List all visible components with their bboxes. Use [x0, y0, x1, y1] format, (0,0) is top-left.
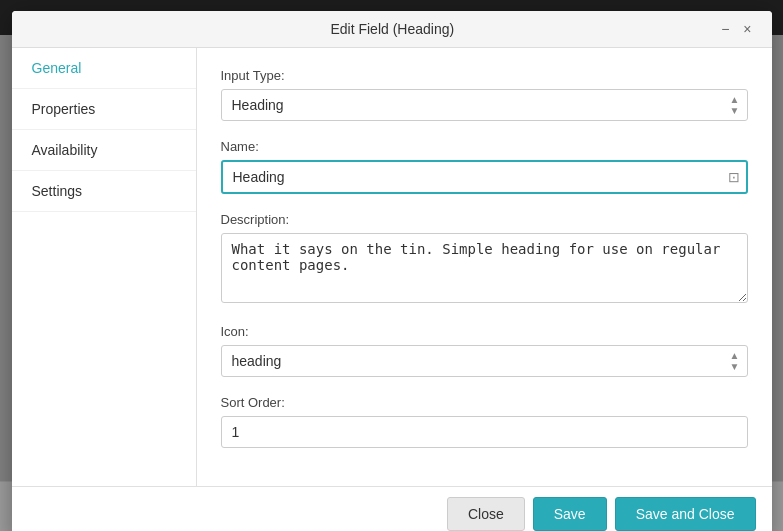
name-label: Name: — [221, 139, 748, 154]
modal-footer: Close Save Save and Close — [12, 486, 772, 532]
modal-body: General Properties Availability Settings… — [12, 48, 772, 486]
icon-label: Icon: — [221, 324, 748, 339]
input-type-select-wrapper: Heading ▲ ▼ — [221, 89, 748, 121]
description-textarea[interactable]: What it says on the tin. Simple heading … — [221, 233, 748, 303]
input-type-label: Input Type: — [221, 68, 748, 83]
icon-group: Icon: heading ▲ ▼ — [221, 324, 748, 377]
close-button[interactable]: Close — [447, 497, 525, 531]
input-type-group: Input Type: Heading ▲ ▼ — [221, 68, 748, 121]
modal-minimize-button[interactable]: − — [717, 19, 733, 39]
description-group: Description: What it says on the tin. Si… — [221, 212, 748, 306]
sort-order-group: Sort Order: — [221, 395, 748, 448]
save-and-close-button[interactable]: Save and Close — [615, 497, 756, 531]
input-type-select[interactable]: Heading — [221, 89, 748, 121]
save-button[interactable]: Save — [533, 497, 607, 531]
modal-overlay: Edit Field (Heading) − × General Propert… — [0, 0, 783, 531]
modal-close-button[interactable]: × — [739, 19, 755, 39]
name-input-wrapper: ⊡ — [221, 160, 748, 194]
modal-form-content: Input Type: Heading ▲ ▼ Name: — [197, 48, 772, 486]
sidebar-item-general[interactable]: General — [12, 48, 196, 89]
icon-select[interactable]: heading — [221, 345, 748, 377]
name-field-icon: ⊡ — [728, 169, 740, 185]
modal-sidebar: General Properties Availability Settings — [12, 48, 197, 486]
modal-header: Edit Field (Heading) − × — [12, 11, 772, 48]
sidebar-item-settings[interactable]: Settings — [12, 171, 196, 212]
sidebar-item-availability[interactable]: Availability — [12, 130, 196, 171]
name-input[interactable] — [221, 160, 748, 194]
description-label: Description: — [221, 212, 748, 227]
name-group: Name: ⊡ — [221, 139, 748, 194]
sidebar-item-properties[interactable]: Properties — [12, 89, 196, 130]
modal-header-controls: − × — [717, 19, 755, 39]
icon-select-wrapper: heading ▲ ▼ — [221, 345, 748, 377]
edit-field-modal: Edit Field (Heading) − × General Propert… — [12, 11, 772, 532]
sort-order-input[interactable] — [221, 416, 748, 448]
modal-title: Edit Field (Heading) — [68, 21, 718, 37]
sort-order-label: Sort Order: — [221, 395, 748, 410]
